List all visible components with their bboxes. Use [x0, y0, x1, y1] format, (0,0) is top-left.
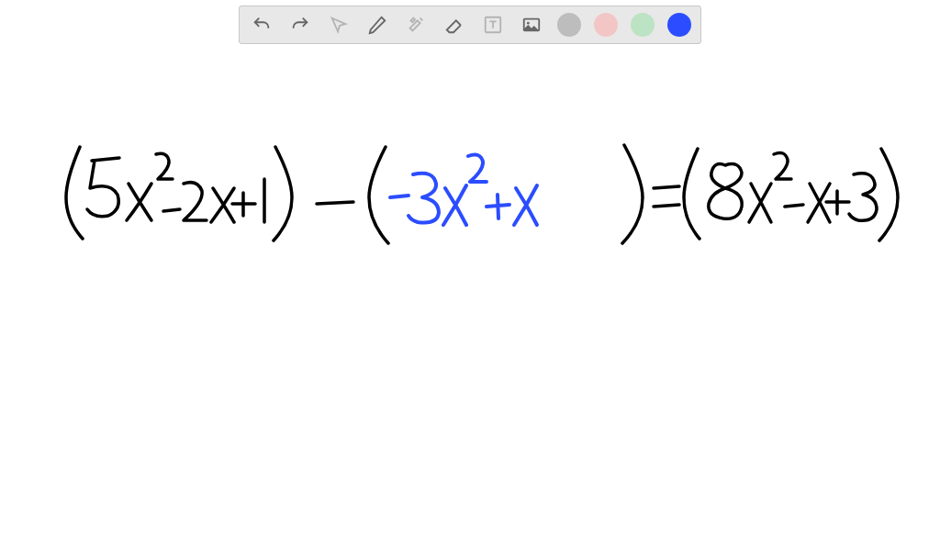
image-icon — [521, 15, 542, 35]
text-icon — [483, 15, 503, 35]
drawing-toolbar — [239, 6, 701, 44]
drawing-canvas[interactable] — [0, 46, 940, 560]
handwritten-equation — [0, 46, 940, 560]
tools-button[interactable] — [403, 12, 429, 38]
color-green[interactable] — [631, 13, 655, 37]
image-button[interactable] — [519, 12, 544, 38]
color-pink[interactable] — [594, 13, 618, 37]
redo-button[interactable] — [287, 12, 313, 38]
undo-icon — [252, 15, 272, 35]
svg-point-2 — [527, 22, 530, 25]
color-blue[interactable] — [667, 13, 691, 37]
eraser-icon — [444, 15, 464, 35]
pen-button[interactable] — [364, 12, 390, 38]
undo-button[interactable] — [249, 12, 274, 38]
redo-icon — [290, 15, 310, 35]
text-button[interactable] — [480, 12, 506, 38]
eraser-button[interactable] — [442, 12, 467, 38]
pointer-button[interactable] — [326, 12, 352, 38]
tools-icon — [406, 15, 426, 35]
pen-icon — [367, 15, 387, 35]
pointer-icon — [329, 15, 349, 35]
color-gray[interactable] — [557, 13, 581, 37]
